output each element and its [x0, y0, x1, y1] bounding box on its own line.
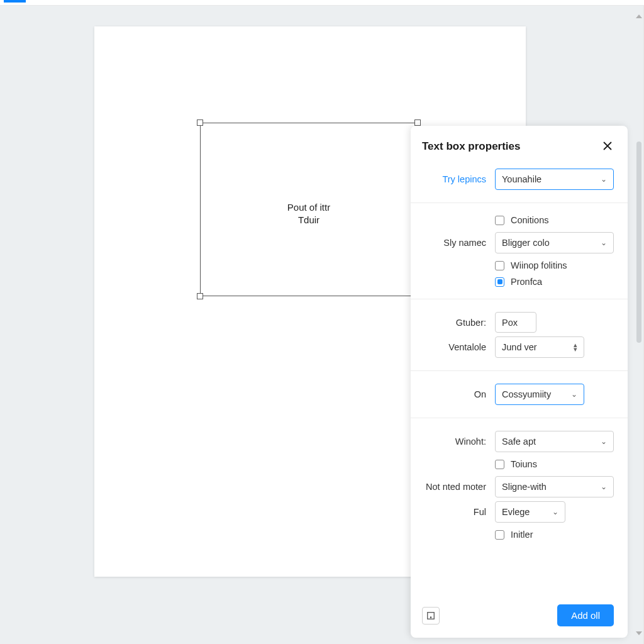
section-winoht: Winoht: Safe apt ⌄ Toiuns Not nted moter… [411, 418, 628, 552]
chevron-down-icon: ⌄ [571, 390, 577, 399]
checkbox-pronfca[interactable] [495, 277, 504, 287]
checkbox-wiinop-label: Wiinop folitins [511, 260, 567, 270]
selected-textbox[interactable]: Pout of ittr Tduir [200, 123, 418, 296]
stepper-icon[interactable]: ▴▾ [574, 343, 577, 351]
select-value: Safe apt [502, 436, 536, 447]
textbox-content[interactable]: Pout of ittr Tduir [201, 201, 417, 227]
resize-handle-top-right[interactable] [414, 119, 421, 126]
checkbox-wiinop[interactable] [495, 261, 504, 270]
close-icon[interactable] [602, 140, 613, 153]
select-value: Evlege [502, 507, 530, 517]
panel-header: Text box properties [411, 126, 628, 165]
select-ventalole[interactable]: Jund ver ▴▾ [495, 336, 584, 358]
label-try-lepincs[interactable]: Try lepincs [422, 174, 486, 184]
select-style-name[interactable]: Bligger colo ⌄ [495, 232, 614, 253]
resize-handle-top-left[interactable] [197, 119, 203, 126]
scrollbar-thumb[interactable] [636, 142, 641, 343]
resize-handle-bottom-left[interactable] [197, 293, 203, 299]
toolbar-active-tab-indicator [4, 0, 26, 3]
label-ful: Ful [422, 507, 486, 517]
input-gtuber[interactable]: Pox [495, 312, 536, 333]
section-size: Gtuber: Pox Ventalole Jund ver ▴▾ [411, 299, 628, 370]
panel-body: Try lepincs Younahile ⌄ Conitions Sly na… [411, 165, 628, 596]
footer-tool-icon[interactable] [422, 607, 440, 625]
checkbox-initler[interactable] [495, 530, 504, 540]
select-on[interactable]: Cossyumiity ⌄ [495, 384, 584, 405]
checkbox-initler-label: Initler [511, 530, 533, 540]
checkbox-toiuns-label: Toiuns [511, 459, 537, 469]
checkbox-pronfca-label: Pronfca [511, 277, 542, 287]
select-winoht[interactable]: Safe apt ⌄ [495, 431, 614, 452]
toolbar [0, 0, 644, 6]
chevron-down-icon: ⌄ [601, 482, 607, 491]
label-winoht: Winoht: [422, 436, 486, 447]
checkbox-toiuns[interactable] [495, 460, 504, 469]
chevron-down-icon: ⌄ [552, 508, 558, 516]
select-notnted[interactable]: Sligne-with ⌄ [495, 476, 614, 497]
vertical-scrollbar[interactable] [635, 6, 643, 644]
properties-panel: Text box properties Try lepincs Younahil… [411, 126, 628, 638]
select-value: Cossyumiity [502, 389, 551, 399]
section-top: Try lepincs Younahile ⌄ [411, 169, 628, 203]
scroll-down-icon[interactable] [636, 631, 642, 635]
label-style-name: Sly namec [422, 238, 486, 248]
section-on: On Cossyumiity ⌄ [411, 370, 628, 418]
panel-footer: Add oll [411, 596, 628, 638]
label-gtuber: Gtuber: [422, 318, 486, 328]
select-ful[interactable]: Evlege ⌄ [495, 501, 565, 523]
select-try-lepincs[interactable]: Younahile ⌄ [495, 169, 614, 190]
chevron-down-icon: ⌄ [601, 175, 607, 184]
checkbox-conitions[interactable] [495, 216, 504, 225]
scroll-up-icon[interactable] [636, 14, 642, 18]
select-value: Bligger colo [502, 238, 550, 248]
textbox-line-2: Tduir [201, 214, 417, 226]
chevron-down-icon: ⌄ [601, 238, 607, 247]
checkbox-conitions-label: Conitions [511, 215, 548, 225]
select-value: Jund ver [502, 342, 537, 352]
add-oll-button[interactable]: Add oll [557, 604, 614, 626]
chevron-down-icon: ⌄ [601, 437, 607, 446]
section-style: Conitions Sly namec Bligger colo ⌄ Wiino… [411, 203, 628, 299]
label-ventalole: Ventalole [422, 342, 486, 352]
label-on: On [422, 389, 486, 399]
select-value: Sligne-with [502, 482, 547, 492]
label-notnted: Not nted moter [422, 482, 486, 492]
svg-point-1 [430, 616, 432, 618]
select-value: Younahile [502, 174, 541, 184]
panel-title: Text box properties [422, 140, 521, 153]
textbox-line-1: Pout of ittr [201, 201, 417, 214]
